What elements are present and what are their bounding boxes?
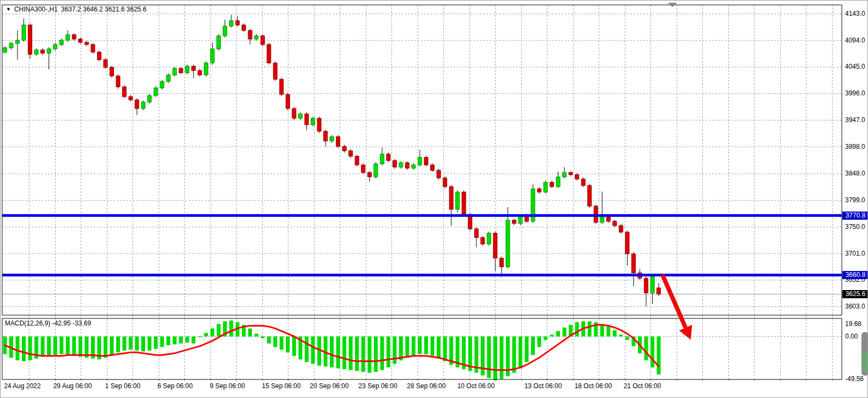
macd-bar [355,336,359,371]
time-tick-label: 10 Oct 06:00 [457,382,495,390]
macd-tick-label: -49.56 [845,376,864,382]
candle-bear [91,45,95,52]
macd-bar [135,336,139,351]
candle-bear [474,229,478,238]
scrollbar-thumb[interactable] [861,332,868,376]
candle-bull [22,25,26,40]
macd-bar [217,324,221,336]
macd-bar [72,336,76,356]
candle-bear [499,258,503,267]
candle-bear [286,94,290,108]
macd-bar [47,336,51,356]
macd-bar [154,336,158,349]
candle-bear [179,68,183,73]
candle-bear [317,118,321,131]
candle-bear [613,221,617,226]
trend-arrow-shaft[interactable] [662,275,685,328]
candle-bear [349,151,353,156]
candle-bull [166,75,170,81]
macd-bar [261,336,264,338]
thumb-stripe [863,364,867,365]
candle-bull [16,40,20,44]
macd-bar [405,336,409,358]
candle-bear [242,25,246,31]
candle-bull [173,68,177,75]
macd-bar [16,336,20,360]
candle-bull [34,50,38,55]
time-tick-label: 20 Sep 06:00 [310,382,348,390]
candle-bear [619,226,623,232]
candle-bear [569,172,572,174]
candle-bear [305,114,309,125]
macd-bar [412,336,415,356]
candle-bull [160,81,164,88]
macd-bar [336,336,340,369]
candle-bear [481,238,485,244]
thumb-stripe [863,368,867,369]
candle-bear [588,185,592,206]
candle-bear [468,215,472,229]
candle-bear [538,189,541,192]
macd-bar [538,336,541,347]
candle-bear [79,39,82,43]
candle-bear [405,162,409,168]
macd-bar [487,336,491,378]
macd-bar [431,336,435,356]
candle-bear [280,79,284,94]
time-tick-label: 18 Oct 06:00 [575,382,612,390]
candle-bear [248,31,252,39]
candle-bull [519,217,522,224]
candle-bear [361,165,365,172]
candle-bull [380,154,384,164]
macd-bar [424,336,428,354]
macd-tick-label: 19.68 [845,321,861,327]
candle-bear [367,172,371,177]
price-tick-label: 4045.0 [845,63,865,70]
candle-bear [135,100,139,108]
candle-bull [311,118,315,125]
time-tick-label: 23 Sep 06:00 [358,382,397,390]
macd-bar [361,336,365,372]
macd-bar [292,336,296,356]
macd-indicator-label: MACD(12,26,9) -42.95 -33.69 [5,319,91,327]
macd-bar [311,336,315,364]
price-tick-label: 3799.0 [845,197,865,203]
time-tick-label: 13 Oct 06:00 [525,382,562,390]
candle-bear [550,182,554,186]
candle-bull [154,88,158,95]
candle-bull [9,44,13,48]
candle-bull [223,26,227,36]
candle-bull [556,177,560,186]
macd-bar [179,336,183,343]
candle-bear [525,217,528,221]
candle-bear [198,70,202,75]
candle-bear [355,156,359,165]
time-tick-label: 1 Sep 06:00 [105,382,141,390]
thumb-stripe [863,355,867,356]
macd-bar [22,336,26,361]
time-axis[interactable]: 24 Aug 202229 Aug 06:001 Sep 06:006 Sep … [1,382,868,392]
macd-bar [644,336,648,360]
candle-bear [116,76,120,87]
candles [3,15,661,306]
candle-bull [418,158,421,165]
candle-bear [493,233,497,258]
candle-bull [650,276,654,293]
candle-bear [129,97,132,100]
ohlc-values: 3637.2 3646.2 3621.6 3625.6 [61,5,147,13]
price-tick-label: 3898.0 [845,143,865,150]
macd-bar [563,328,566,336]
macd-bar [493,336,497,381]
macd-bar [41,336,45,357]
macd-bar [657,336,661,375]
macd-bar [104,336,107,358]
candle-bear [110,67,114,76]
macd-bar [443,336,447,361]
macd-bar [499,336,503,379]
macd-bar [110,336,114,355]
macd-bar [129,336,132,349]
symbol-dropdown-icon[interactable]: ▼ [6,7,11,12]
candle-bear [236,21,239,25]
price-tick-label: 3750.0 [845,224,865,230]
price-chart[interactable] [1,1,868,398]
